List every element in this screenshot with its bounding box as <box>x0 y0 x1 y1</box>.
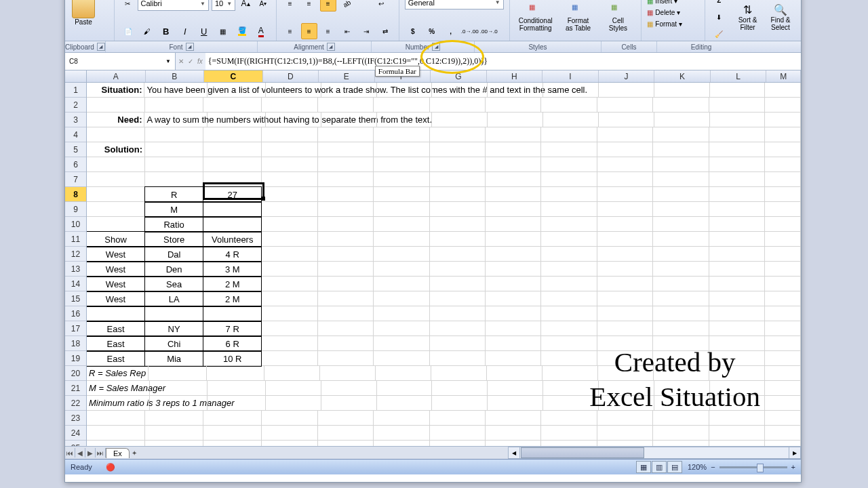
align-bottom-button[interactable]: ≡ <box>320 0 336 12</box>
clipboard-dialog-launcher[interactable]: ◢ <box>97 43 105 51</box>
alignment-dialog-launcher[interactable]: ◢ <box>327 43 335 51</box>
align-middle-button[interactable]: ≡ <box>301 0 317 12</box>
col-header-A[interactable]: A <box>87 70 146 82</box>
fill-button[interactable]: ⬇ <box>711 9 727 26</box>
row-header-20[interactable]: 20 <box>65 366 86 381</box>
clear-button[interactable]: 🧹 <box>711 26 727 43</box>
delete-cells-button[interactable]: ▦Delete ▾ <box>647 7 699 18</box>
row-header-11[interactable]: 11 <box>65 232 86 247</box>
number-dialog-launcher[interactable]: ◢ <box>432 43 440 51</box>
decrease-font-button[interactable]: A▾ <box>256 0 271 12</box>
row-header-19[interactable]: 19 <box>65 351 86 366</box>
col-header-I[interactable]: I <box>542 70 599 82</box>
fill-color-button[interactable]: 🪣 <box>234 23 250 39</box>
col-header-G[interactable]: G <box>431 70 487 82</box>
align-center-button[interactable]: ≡ <box>301 23 317 39</box>
sheet-tab-ex[interactable]: Ex <box>106 448 130 458</box>
font-color-button[interactable]: A <box>253 23 269 39</box>
page-break-view-button[interactable]: ▤ <box>667 461 682 473</box>
row-header-25[interactable]: 25 <box>65 441 86 446</box>
format-as-table-button[interactable]: ▦Format as Table <box>561 0 596 37</box>
row-header-24[interactable]: 24 <box>65 426 86 441</box>
row-header-9[interactable]: 9 <box>65 202 86 217</box>
bold-button[interactable]: B <box>158 23 174 39</box>
paste-button[interactable]: Paste <box>71 0 96 26</box>
row-header-14[interactable]: 14 <box>65 277 86 291</box>
row-header-21[interactable]: 21 <box>65 381 86 396</box>
row-header-5[interactable]: 5 <box>65 142 86 157</box>
row-header-12[interactable]: 12 <box>65 247 86 262</box>
format-painter-button[interactable]: 🖌 <box>139 23 155 39</box>
fx-button[interactable]: fx <box>197 58 203 65</box>
col-header-H[interactable]: H <box>487 70 543 82</box>
conditional-formatting-button[interactable]: ▦Conditional Formatting <box>515 0 556 37</box>
format-cells-button[interactable]: ▦Format ▾ <box>647 18 699 29</box>
row-header-3[interactable]: 3 <box>65 113 86 127</box>
horizontal-scrollbar[interactable]: ◀ ▶ <box>508 447 801 459</box>
number-format-combo[interactable]: General▼ <box>405 0 504 9</box>
col-header-B[interactable]: B <box>146 70 205 82</box>
font-dialog-launcher[interactable]: ◢ <box>186 43 194 51</box>
col-header-L[interactable]: L <box>711 70 767 82</box>
insert-cells-button[interactable]: ▦Insert ▾ <box>647 0 699 6</box>
percent-button[interactable]: % <box>424 23 440 39</box>
cells-area[interactable]: Situation:You have been given a list of … <box>87 83 801 446</box>
row-header-8[interactable]: 8 <box>65 187 86 202</box>
row-header-22[interactable]: 22 <box>65 396 86 411</box>
scroll-right-button[interactable]: ▶ <box>789 447 800 458</box>
italic-button[interactable]: I <box>177 23 193 39</box>
align-right-button[interactable]: ≡ <box>320 23 336 39</box>
row-header-13[interactable]: 13 <box>65 262 86 277</box>
col-header-D[interactable]: D <box>263 70 319 82</box>
orientation-button[interactable]: ab <box>339 0 355 12</box>
tab-nav-first[interactable]: ⏮ <box>65 448 75 458</box>
col-header-M[interactable]: M <box>766 70 801 82</box>
font-size-combo[interactable]: 10▼ <box>212 0 235 11</box>
scroll-left-button[interactable]: ◀ <box>509 447 520 458</box>
page-layout-view-button[interactable]: ▥ <box>652 461 667 473</box>
copy-button[interactable]: 📄 <box>120 23 136 39</box>
zoom-level[interactable]: 120% <box>688 463 707 471</box>
new-sheet-button[interactable]: ✦ <box>130 448 139 458</box>
sort-filter-button[interactable]: ⇅Sort & Filter <box>733 0 763 37</box>
increase-font-button[interactable]: A▴ <box>238 0 253 12</box>
row-header-17[interactable]: 17 <box>65 321 86 336</box>
macro-record-icon[interactable]: 🔴 <box>106 463 115 472</box>
increase-indent-button[interactable]: ⇥ <box>358 23 374 39</box>
tab-nav-next[interactable]: ▶ <box>85 448 96 458</box>
col-header-J[interactable]: J <box>599 70 655 82</box>
merge-button[interactable]: ⇄ <box>377 23 393 39</box>
currency-button[interactable]: $ <box>405 23 421 39</box>
zoom-slider[interactable] <box>719 466 787 468</box>
row-header-7[interactable]: 7 <box>65 172 86 187</box>
tab-nav-prev[interactable]: ◀ <box>75 448 85 458</box>
row-header-10[interactable]: 10 <box>65 217 86 232</box>
underline-button[interactable]: U <box>196 23 212 39</box>
find-select-button[interactable]: 🔍Find & Select <box>766 0 795 37</box>
borders-button[interactable]: ▦ <box>215 23 231 39</box>
row-header-18[interactable]: 18 <box>65 336 86 351</box>
tab-nav-last[interactable]: ⏭ <box>96 448 106 458</box>
wrap-text-button[interactable]: ↩ <box>373 0 389 12</box>
cut-button[interactable]: ✂ <box>120 0 135 12</box>
autosum-button[interactable]: Σ <box>711 0 727 9</box>
row-header-1[interactable]: 1 <box>65 83 86 98</box>
zoom-in-button[interactable]: + <box>791 463 795 471</box>
increase-decimal-button[interactable]: .0→.00 <box>462 23 478 39</box>
decrease-indent-button[interactable]: ⇤ <box>339 23 355 39</box>
formula-bar[interactable]: {=SUM(IF((RIGHT(C12:C19,1))=B8,(--LEFT((… <box>205 53 801 70</box>
font-name-combo[interactable]: Calibri▼ <box>138 0 209 11</box>
name-box[interactable]: C8▼ <box>65 53 176 70</box>
worksheet-grid[interactable]: 1234567891011121314151617181920212223242… <box>65 70 801 446</box>
align-top-button[interactable]: ≡ <box>282 0 298 12</box>
row-header-6[interactable]: 6 <box>65 157 86 172</box>
comma-button[interactable]: , <box>443 23 459 39</box>
col-header-C[interactable]: C <box>204 70 263 82</box>
col-header-E[interactable]: E <box>319 70 375 82</box>
row-header-2[interactable]: 2 <box>65 98 86 113</box>
align-left-button[interactable]: ≡ <box>282 23 298 39</box>
enter-formula-icon[interactable]: ✓ <box>188 58 193 65</box>
row-header-16[interactable]: 16 <box>65 306 86 321</box>
col-header-K[interactable]: K <box>654 70 711 82</box>
zoom-out-button[interactable]: − <box>711 463 715 471</box>
